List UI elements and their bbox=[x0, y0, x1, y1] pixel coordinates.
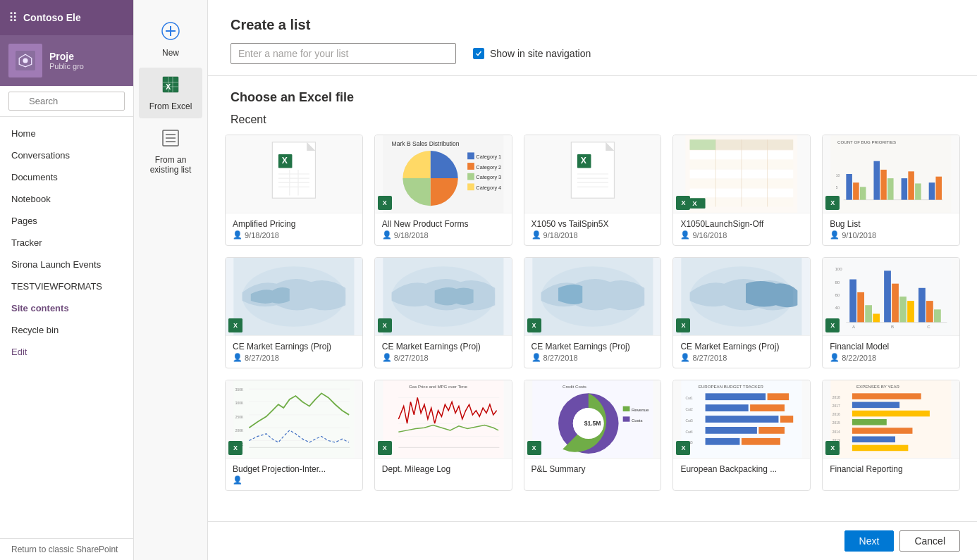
svg-text:80: 80 bbox=[835, 280, 840, 285]
sidebar-item-recycle-bin[interactable]: Recycle bin bbox=[0, 319, 133, 341]
svg-rect-74 bbox=[936, 177, 942, 200]
date-icon: 👤 bbox=[680, 230, 690, 239]
sidebar-item-edit[interactable]: Edit bbox=[0, 341, 133, 363]
svg-text:X: X bbox=[693, 199, 698, 207]
svg-rect-159 bbox=[852, 428, 913, 434]
file-info: CE Market Earnings (Proj) 👤 8/27/2018 bbox=[673, 335, 810, 368]
file-thumb: Mark B Sales Distribution Category 1 Cat… bbox=[375, 135, 512, 213]
panel-item-new[interactable]: New bbox=[139, 14, 202, 65]
file-date: 👤 9/18/2018 bbox=[382, 230, 505, 239]
return-classic-link[interactable]: Return to classic SharePoint bbox=[0, 538, 133, 560]
svg-rect-93 bbox=[857, 292, 864, 323]
file-date: 👤 8/27/2018 bbox=[680, 353, 803, 362]
show-in-nav-row: Show in site navigation bbox=[473, 48, 591, 59]
file-thumb: EXPENSES BY YEAR 2018 2017 2016 2015 201… bbox=[823, 380, 959, 458]
list-name-input[interactable] bbox=[231, 43, 456, 64]
file-card-product-forms[interactable]: Mark B Sales Distribution Category 1 Cat… bbox=[374, 135, 512, 246]
svg-rect-101 bbox=[926, 301, 933, 323]
sidebar-item-site-contents[interactable]: Site contents bbox=[0, 297, 133, 319]
site-icon bbox=[8, 44, 42, 77]
sidebar-item-documents[interactable]: Documents bbox=[0, 166, 133, 188]
excel-badge: X bbox=[378, 196, 392, 210]
svg-rect-149 bbox=[759, 427, 785, 434]
date-icon: 👤 bbox=[680, 353, 690, 362]
svg-text:60: 60 bbox=[835, 292, 840, 297]
search-input[interactable] bbox=[8, 92, 125, 111]
svg-text:X: X bbox=[166, 82, 171, 91]
svg-rect-160 bbox=[852, 436, 895, 442]
svg-text:Category 1: Category 1 bbox=[476, 154, 501, 160]
file-thumb: Gas Price and MPG over Time X bbox=[375, 380, 512, 458]
svg-point-1 bbox=[23, 58, 28, 63]
date-icon: 👤 bbox=[531, 230, 541, 239]
file-card-ce-market-1[interactable]: X CE Market Earnings (Proj) 👤 8/27/2018 bbox=[225, 257, 363, 368]
file-card-x1050-launch[interactable]: X X X1050LaunchSign-Off 👤 9/16/2018 bbox=[672, 135, 811, 246]
file-date: 👤 bbox=[233, 475, 355, 485]
file-thumb: X bbox=[226, 258, 362, 335]
modal-title: Create a list bbox=[231, 17, 954, 33]
apps-icon[interactable]: ⠿ bbox=[8, 10, 18, 25]
file-info: X1050 vs TailSpin5X 👤 9/18/2018 bbox=[524, 213, 661, 245]
sidebar-item-sirona[interactable]: Sirona Launch Events bbox=[0, 254, 133, 275]
panel-item-from-excel[interactable]: X From Excel bbox=[139, 68, 202, 118]
sidebar-nav: Home Conversations Documents Notebook Pa… bbox=[0, 117, 133, 538]
svg-text:100: 100 bbox=[835, 266, 843, 271]
sidebar-search-area: 🔍 bbox=[0, 86, 133, 117]
sidebar-item-pages[interactable]: Pages bbox=[0, 210, 133, 232]
show-in-nav-label: Show in site navigation bbox=[490, 48, 591, 59]
sidebar-item-home[interactable]: Home bbox=[0, 123, 133, 144]
file-info: Bug List 👤 9/10/2018 bbox=[823, 213, 959, 245]
svg-rect-30 bbox=[467, 152, 474, 159]
svg-rect-102 bbox=[934, 309, 941, 322]
file-name: CE Market Earnings (Proj) bbox=[233, 342, 355, 351]
svg-rect-96 bbox=[884, 270, 891, 322]
svg-text:B: B bbox=[891, 324, 894, 329]
file-card-x1050-tailspin[interactable]: X X1050 vs TailSpin5X 👤 9/18/2018 bbox=[524, 135, 662, 246]
date-icon: 👤 bbox=[233, 475, 242, 485]
file-name: X1050 vs TailSpin5X bbox=[531, 219, 654, 229]
sidebar-item-conversations[interactable]: Conversations bbox=[0, 144, 133, 166]
svg-rect-142 bbox=[706, 404, 749, 411]
sidebar-item-testviewformats[interactable]: TESTVIEWFORMATS bbox=[0, 275, 133, 297]
svg-text:Cat1: Cat1 bbox=[686, 397, 694, 400]
file-thumb: COUNT OF BUG PRIORITIES bbox=[823, 135, 959, 213]
sidebar-item-notebook[interactable]: Notebook bbox=[0, 188, 133, 210]
file-card-pl-summary[interactable]: Credit Costs $1.5M Revenue bbox=[524, 380, 662, 491]
sidebar-item-tracker[interactable]: Tracker bbox=[0, 232, 133, 254]
svg-text:2017: 2017 bbox=[832, 404, 840, 408]
file-card-bug-list[interactable]: COUNT OF BUG PRIORITIES bbox=[822, 135, 960, 246]
file-card-european-backpacking[interactable]: EUROPEAN BUDGET TRACKER Cat1 Cat2 Cat3 C… bbox=[672, 380, 811, 491]
file-card-financial-model[interactable]: 100 80 60 40 20 bbox=[822, 257, 960, 368]
panel-item-from-existing[interactable]: From an existing list bbox=[139, 121, 202, 182]
file-name: Dept. Mileage Log bbox=[382, 464, 505, 474]
date-icon: 👤 bbox=[382, 353, 392, 362]
file-card-ce-market-4[interactable]: X CE Market Earnings (Proj) 👤 8/27/2018 bbox=[672, 257, 811, 368]
recent-label: Recent bbox=[208, 111, 977, 135]
svg-rect-66 bbox=[860, 187, 866, 199]
file-thumb: Credit Costs $1.5M Revenue bbox=[524, 380, 661, 458]
svg-text:COUNT OF BUG PRIORITIES: COUNT OF BUG PRIORITIES bbox=[837, 139, 896, 144]
file-card-ce-market-3[interactable]: X CE Market Earnings (Proj) 👤 8/27/2018 bbox=[524, 257, 662, 368]
svg-text:200K: 200K bbox=[235, 429, 244, 433]
svg-text:2016: 2016 bbox=[832, 413, 840, 416]
cancel-button[interactable]: Cancel bbox=[899, 530, 960, 552]
file-card-mileage-log[interactable]: Gas Price and MPG over Time X Dept. Mile… bbox=[374, 380, 512, 491]
svg-rect-107 bbox=[233, 380, 354, 458]
plus-icon bbox=[161, 21, 180, 45]
svg-text:Category 4: Category 4 bbox=[476, 185, 501, 191]
svg-rect-36 bbox=[467, 183, 474, 190]
svg-rect-69 bbox=[887, 178, 894, 200]
file-card-ce-market-2[interactable]: X CE Market Earnings (Proj) 👤 8/27/2018 bbox=[374, 257, 512, 368]
file-info: CE Market Earnings (Proj) 👤 8/27/2018 bbox=[375, 335, 512, 368]
file-card-amplified-pricing[interactable]: X Amplified Pricing 👤 9/18/2018 bbox=[225, 135, 363, 246]
file-card-budget-projection[interactable]: 350K 300K 250K 200K 150K bbox=[225, 380, 363, 491]
svg-rect-139 bbox=[706, 393, 766, 400]
file-date: 👤 8/27/2018 bbox=[233, 353, 355, 362]
svg-text:2018: 2018 bbox=[832, 396, 840, 399]
show-in-nav-checkbox[interactable] bbox=[473, 48, 484, 59]
brand-name: Contoso Ele bbox=[23, 12, 81, 23]
file-card-financial-reporting[interactable]: EXPENSES BY YEAR 2018 2017 2016 2015 201… bbox=[822, 380, 960, 491]
date-icon: 👤 bbox=[830, 353, 840, 362]
next-button[interactable]: Next bbox=[844, 530, 895, 552]
svg-text:2014: 2014 bbox=[832, 430, 840, 434]
